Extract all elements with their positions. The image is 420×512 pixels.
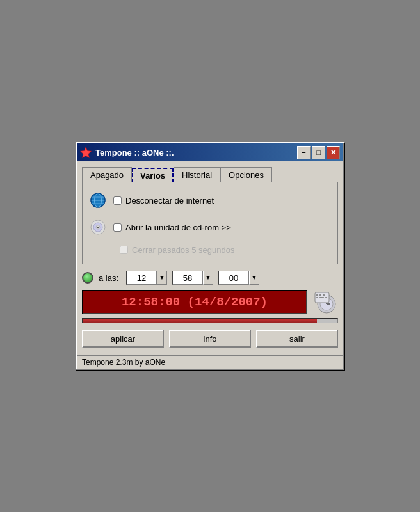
minute-selector: 58 ▼ — [172, 271, 213, 285]
cd-icon — [89, 218, 107, 236]
tab-opciones[interactable]: Opciones — [220, 167, 272, 182]
window-body: Apagado Varios Historial Opciones — [77, 161, 343, 355]
cdrom-option-row: Abrir la unidad de cd-rom >> — [89, 218, 331, 236]
tab-historial[interactable]: Historial — [174, 167, 220, 182]
title-bar: Tempone :: aONe ::. − □ ✕ — [77, 143, 343, 161]
close-label: Cerrar pasados 5 segundos — [132, 245, 234, 255]
maximize-button[interactable]: □ — [312, 146, 325, 159]
tab-varios[interactable]: Varios — [132, 168, 174, 182]
tab-apagado[interactable]: Apagado — [82, 167, 132, 182]
svg-rect-17 — [319, 294, 321, 296]
internet-checkbox[interactable] — [113, 196, 122, 205]
window-title: Tempone :: aONe ::. — [95, 148, 297, 157]
svg-rect-18 — [323, 294, 325, 296]
second-selector: 00 ▼ — [218, 271, 259, 285]
app-icon — [80, 147, 92, 158]
time-prefix: a las: — [99, 273, 118, 283]
exit-button[interactable]: salir — [256, 330, 338, 348]
time-radio[interactable] — [82, 272, 93, 284]
minimize-button[interactable]: − — [297, 146, 311, 159]
tab-bar: Apagado Varios Historial Opciones — [82, 166, 338, 182]
svg-point-10 — [97, 227, 99, 228]
cdrom-checkbox-wrap: Abrir la unidad de cd-rom >> — [113, 223, 231, 232]
minute-select[interactable]: 58 — [172, 271, 203, 285]
button-row: aplicar info salir — [82, 330, 338, 348]
calendar-icon[interactable] — [312, 290, 338, 314]
time-section: a las: 12 ▼ 58 ▼ 00 ▼ — [82, 271, 338, 285]
time-display: 12:58:00 (14/8/2007) — [82, 290, 307, 314]
main-window: Tempone :: aONe ::. − □ ✕ Apagado Varios… — [76, 142, 344, 370]
internet-checkbox-wrap: Desconectar de internet — [113, 196, 214, 205]
cdrom-checkbox[interactable] — [113, 223, 122, 232]
progress-bar-fill — [83, 319, 317, 323]
second-dropdown-arrow[interactable]: ▼ — [249, 271, 259, 285]
globe-icon — [89, 191, 107, 209]
close-sub-option: Cerrar pasados 5 segundos — [120, 245, 331, 255]
cdrom-label: Abrir la unidad de cd-rom >> — [125, 223, 231, 232]
time-display-row: 12:58:00 (14/8/2007) — [82, 290, 338, 314]
svg-marker-0 — [81, 147, 92, 158]
svg-rect-19 — [316, 297, 318, 298]
hour-select[interactable]: 12 — [126, 271, 157, 285]
apply-button[interactable]: aplicar — [82, 330, 164, 348]
svg-rect-20 — [319, 297, 324, 298]
internet-option-row: Desconectar de internet — [89, 191, 331, 209]
hour-selector: 12 ▼ — [126, 271, 167, 285]
close-checkbox[interactable] — [120, 246, 128, 254]
tab-content-varios: Desconectar de internet Abrir la unidad … — [82, 182, 338, 264]
window-controls: − □ ✕ — [297, 146, 340, 159]
minute-dropdown-arrow[interactable]: ▼ — [203, 271, 213, 285]
status-bar: Tempone 2.3m by aONe — [77, 355, 343, 369]
progress-bar-container — [82, 318, 338, 323]
hour-dropdown-arrow[interactable]: ▼ — [157, 271, 167, 285]
close-button[interactable]: ✕ — [327, 146, 340, 159]
status-text: Tempone 2.3m by aONe — [82, 358, 165, 367]
internet-label: Desconectar de internet — [125, 196, 214, 205]
info-button[interactable]: info — [169, 330, 251, 348]
second-select[interactable]: 00 — [218, 271, 249, 285]
svg-rect-16 — [316, 294, 318, 296]
svg-rect-21 — [325, 297, 327, 298]
